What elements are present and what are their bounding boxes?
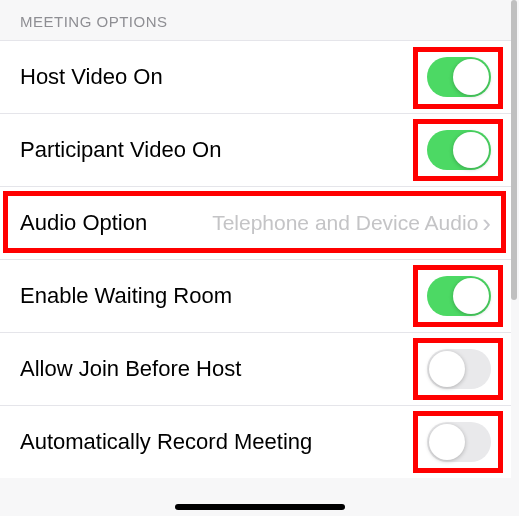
waiting-room-toggle[interactable] bbox=[427, 276, 491, 316]
chevron-right-icon: › bbox=[482, 210, 491, 236]
join-before-toggle[interactable] bbox=[427, 349, 491, 389]
waiting-room-label: Enable Waiting Room bbox=[20, 283, 427, 309]
row-participant-video: Participant Video On bbox=[0, 113, 511, 186]
participant-video-toggle[interactable] bbox=[427, 130, 491, 170]
row-audio-option[interactable]: Audio Option Telephone and Device Audio … bbox=[0, 186, 511, 259]
row-auto-record: Automatically Record Meeting bbox=[0, 405, 511, 478]
home-indicator[interactable] bbox=[175, 504, 345, 510]
host-video-toggle[interactable] bbox=[427, 57, 491, 97]
join-before-label: Allow Join Before Host bbox=[20, 356, 427, 382]
participant-video-label: Participant Video On bbox=[20, 137, 427, 163]
section-header: MEETING OPTIONS bbox=[0, 0, 511, 40]
auto-record-toggle[interactable] bbox=[427, 422, 491, 462]
row-host-video: Host Video On bbox=[0, 40, 511, 113]
host-video-label: Host Video On bbox=[20, 64, 427, 90]
row-waiting-room: Enable Waiting Room bbox=[0, 259, 511, 332]
scrollbar[interactable] bbox=[511, 0, 517, 300]
audio-option-value: Telephone and Device Audio bbox=[212, 211, 478, 235]
audio-option-label: Audio Option bbox=[20, 210, 212, 236]
row-join-before-host: Allow Join Before Host bbox=[0, 332, 511, 405]
settings-panel: MEETING OPTIONS Host Video On Participan… bbox=[0, 0, 511, 478]
auto-record-label: Automatically Record Meeting bbox=[20, 429, 427, 455]
